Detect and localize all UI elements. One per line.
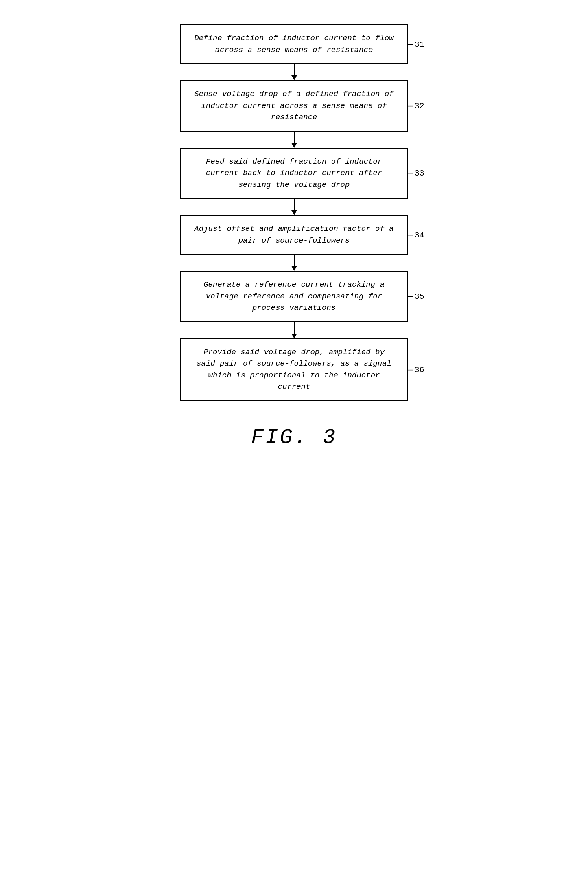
arrow-5 xyxy=(152,322,437,338)
step-34-box: Adjust offset and amplification factor o… xyxy=(180,215,408,255)
svg-marker-3 xyxy=(291,143,297,148)
step-32-text: Sense voltage drop of a defined fraction… xyxy=(194,90,393,122)
step-31-box: Define fraction of inductor current to f… xyxy=(180,24,408,64)
step-36-box: Provide said voltage drop, amplified by … xyxy=(180,338,408,401)
svg-marker-1 xyxy=(291,75,297,80)
step-36-text: Provide said voltage drop, amplified by … xyxy=(197,348,391,392)
step-31-wrapper: Define fraction of inductor current to f… xyxy=(152,24,437,64)
step-34-wrapper: Adjust offset and amplification factor o… xyxy=(152,215,437,255)
step-34-label: 34 xyxy=(408,230,424,239)
flowchart: Define fraction of inductor current to f… xyxy=(152,24,437,401)
step-33-box: Feed said defined fraction of inductor c… xyxy=(180,148,408,199)
svg-marker-7 xyxy=(291,266,297,271)
step-32-box: Sense voltage drop of a defined fraction… xyxy=(180,80,408,132)
step-33-wrapper: Feed said defined fraction of inductor c… xyxy=(152,148,437,199)
figure-title: FIG. 3 xyxy=(251,426,337,450)
step-36-label: 36 xyxy=(408,365,424,374)
svg-marker-5 xyxy=(291,210,297,215)
arrow-4 xyxy=(152,255,437,271)
step-35-text: Generate a reference current tracking a … xyxy=(203,280,385,312)
step-33-text: Feed said defined fraction of inductor c… xyxy=(206,157,382,189)
arrow-3 xyxy=(152,199,437,215)
step-36-wrapper: Provide said voltage drop, amplified by … xyxy=(152,338,437,401)
step-34-text: Adjust offset and amplification factor o… xyxy=(194,224,393,245)
step-31-text: Define fraction of inductor current to f… xyxy=(194,34,393,55)
step-33-label: 33 xyxy=(408,169,424,178)
step-32-label: 32 xyxy=(408,101,424,110)
step-32-wrapper: Sense voltage drop of a defined fraction… xyxy=(152,80,437,132)
page-container: Define fraction of inductor current to f… xyxy=(152,16,437,450)
step-35-label: 35 xyxy=(408,292,424,301)
step-31-label: 31 xyxy=(408,39,424,49)
step-35-box: Generate a reference current tracking a … xyxy=(180,271,408,322)
arrow-2 xyxy=(152,132,437,148)
step-35-wrapper: Generate a reference current tracking a … xyxy=(152,271,437,322)
arrow-1 xyxy=(152,64,437,80)
svg-marker-9 xyxy=(291,334,297,338)
